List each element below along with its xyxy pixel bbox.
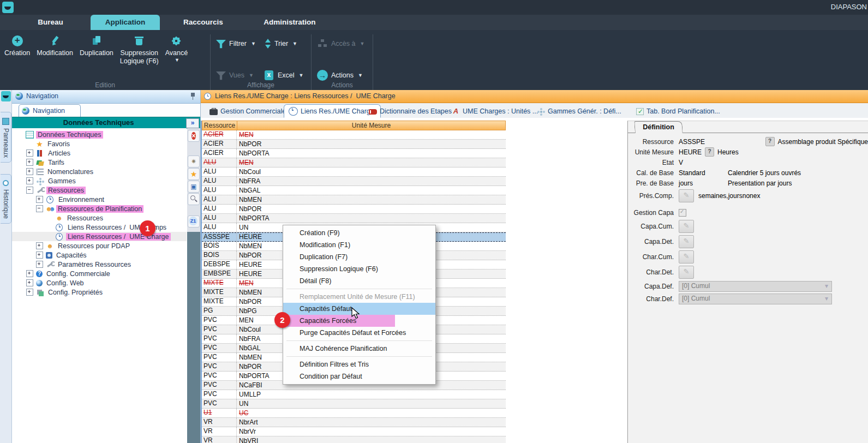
edit-hand-button[interactable] (679, 266, 694, 279)
tree-expander-icon[interactable] (26, 159, 33, 166)
tree-expander-icon[interactable] (36, 196, 43, 203)
table-row[interactable]: VRNbrVr (202, 427, 506, 436)
side-tab-panneaux[interactable]: Panneaux (1, 112, 11, 163)
menu-item-condition-par-d-faut[interactable]: Condition par Défaut (283, 370, 435, 382)
doc-tab-tab-bord-planification[interactable]: Tab. Bord Planification... (632, 105, 725, 118)
table-row[interactable]: PVCUMLLP (202, 390, 506, 399)
tree-tool-compass-button[interactable] (188, 155, 200, 167)
edit-hand-button[interactable] (679, 220, 694, 233)
table-row[interactable]: ALUNbFRA (202, 177, 506, 186)
table-row[interactable]: ACIERNbPORTA (202, 149, 506, 158)
ribbon-button-cr-ation[interactable]: Création (1, 34, 33, 58)
doc-tab-gammes-g-n-r-d-fi[interactable]: Gammes Génér. : Défi... (532, 105, 626, 118)
ribbon-button-avanc[interactable]: Avancé▼ (162, 34, 191, 64)
tab-navigation[interactable]: Navigation (19, 104, 81, 117)
tree-item-config-web[interactable]: Config. Web (12, 278, 187, 288)
pin-icon[interactable] (190, 93, 195, 100)
tree-item-ressources[interactable]: Ressources (12, 213, 187, 223)
tree-item-favoris[interactable]: Favoris (12, 139, 187, 148)
table-row[interactable]: ACIERNbPOR (202, 140, 506, 149)
tree-tool-favorite-button[interactable] (188, 168, 200, 180)
tree-item-gammes[interactable]: Gammes (12, 176, 187, 185)
menu-item-purge-capacit-s-d-faut-et-forc-es[interactable]: Purge Capacités Défaut et Forcées (283, 327, 435, 339)
help-button[interactable] (705, 147, 714, 157)
ribbon-button-trier[interactable]: Trier▼ (264, 38, 304, 50)
ribbon-button-actions[interactable]: Actions▼ (317, 69, 364, 81)
ribbon-button-duplication[interactable]: Duplication (76, 34, 117, 58)
menu-item-duplication-f7[interactable]: Duplication (F7) (283, 251, 435, 263)
tree-expander-icon[interactable] (26, 168, 33, 175)
ribbon-button-modification[interactable]: Modification (33, 34, 76, 58)
ribbon-button-excel[interactable]: Excel▼ (264, 69, 304, 81)
expand-band-button[interactable]: » (186, 118, 199, 128)
tree-expander-icon[interactable] (26, 149, 33, 157)
edit-hand-button[interactable] (679, 250, 694, 264)
tree-item-ressources-pour-pdap[interactable]: Ressources pour PDAP (12, 241, 187, 250)
side-tab-historique[interactable]: Historique (1, 174, 11, 224)
tree-expander-icon[interactable] (36, 252, 43, 259)
table-row[interactable]: ALUNbCoul (202, 167, 506, 177)
menu-item-modification-f1[interactable]: Modification (F1) (283, 239, 435, 251)
tree-expander-icon[interactable] (26, 279, 33, 286)
table-row[interactable]: U1UC (202, 409, 506, 418)
tree-tool-close-button[interactable] (188, 130, 200, 142)
menu-item-d-finition-filtres-et-tris[interactable]: Définition Filtres et Tris (283, 358, 435, 370)
tree-item-environnement[interactable]: Environnement (12, 195, 187, 204)
doc-tab-dictionnaire-des-etapes[interactable]: Dictionnaire des Etapes (364, 105, 456, 118)
tree-item-liens-ressources-ume-charge[interactable]: Liens Ressources / UME Charge (12, 232, 187, 241)
tree-expander-icon[interactable] (36, 242, 43, 249)
tree-item-capacit-s[interactable]: Capacités (12, 250, 187, 260)
menu-item-capacit-s-forc-es[interactable]: Capacités Forcées (283, 315, 395, 327)
menu-item-suppression-logique-f6[interactable]: Suppression Logique (F6) (283, 263, 435, 275)
flower-icon (36, 177, 44, 185)
main-tab-administration[interactable]: Administration (259, 15, 320, 30)
edit-hand-button[interactable] (679, 189, 694, 202)
main-tab-raccourcis[interactable]: Raccourcis (180, 15, 226, 30)
tree-item-donn-es-techniques[interactable]: Données Techniques (12, 130, 187, 139)
field-dropdown[interactable]: [0] Cumul (679, 281, 832, 292)
tree-item-ressources-de-planification[interactable]: Ressources de Planification (12, 204, 187, 213)
column-header-unite-mesure[interactable]: Unité Mesure (237, 121, 505, 130)
doc-tab-ume-charges-unit-s[interactable]: UME Charges : Unités ... (447, 105, 542, 118)
table-row[interactable]: ACIERMEN (202, 130, 506, 140)
table-row[interactable]: ALUNbGAL (202, 186, 506, 195)
table-row[interactable]: PVCUN (202, 399, 506, 409)
main-tab-application[interactable]: Application (91, 15, 160, 30)
tree-expander-icon[interactable] (26, 177, 33, 184)
tree-expander-icon[interactable] (26, 289, 33, 296)
tree-item-nomenclatures[interactable]: Nomenclatures (12, 167, 187, 176)
tree-item-tarifs[interactable]: Tarifs (12, 158, 187, 167)
tree-item-liens-ressources-ume-temps[interactable]: Liens Ressources / UME Temps (12, 223, 187, 232)
main-tab-bureau[interactable]: Bureau (25, 15, 76, 30)
tree-item-ressources[interactable]: Ressources (12, 185, 187, 195)
tree-expander-icon[interactable] (26, 187, 33, 194)
tree-tool-z1-button[interactable]: Z1 (188, 215, 200, 228)
tree-tool-search-button[interactable] (188, 193, 200, 205)
gestion-capa-checkbox[interactable] (679, 209, 686, 217)
ribbon-button-filtrer[interactable]: Filtrer▼ (216, 38, 256, 50)
tree-expander-icon[interactable] (36, 261, 43, 268)
tree-item-param-tres-ressources[interactable]: Paramètres Ressources (12, 260, 187, 269)
menu-item-cr-ation-f9[interactable]: Création (F9) (283, 227, 435, 239)
tree-item-config-propri-t-s[interactable]: Config. Propriétés (12, 288, 187, 297)
field-dropdown[interactable]: [0] Cumul (679, 294, 832, 304)
edit-hand-button[interactable] (679, 235, 694, 248)
table-row[interactable]: VRNbVRI (202, 436, 506, 443)
tree-tool-screen-button[interactable] (188, 181, 200, 193)
tree-item-config-commerciale[interactable]: Config. Commerciale (12, 269, 187, 278)
funnel-icon (216, 71, 226, 80)
ribbon-button-suppression[interactable]: SuppressionLogique (F6) (117, 34, 162, 67)
tab-definition[interactable]: Définition (634, 121, 683, 133)
table-row[interactable]: ALUNbPORTA (202, 214, 506, 223)
table-row[interactable]: ALUNbPOR (202, 205, 506, 214)
menu-item-maj-coh-rence-planification[interactable]: MAJ Cohérence Planification (283, 343, 435, 355)
tree-expander-icon[interactable] (26, 270, 33, 277)
menu-item-d-tail-f8[interactable]: Détail (F8) (283, 275, 435, 287)
table-row[interactable]: ALUNbMEN (202, 195, 506, 205)
tree-expander-icon[interactable] (36, 205, 43, 212)
column-header-ressource[interactable]: Ressource (202, 121, 237, 130)
tree-item-articles[interactable]: Articles (12, 148, 187, 158)
table-row[interactable]: ALUMEN (202, 158, 506, 167)
table-row[interactable]: VRNbrArt (202, 418, 506, 427)
help-button[interactable] (765, 137, 775, 146)
